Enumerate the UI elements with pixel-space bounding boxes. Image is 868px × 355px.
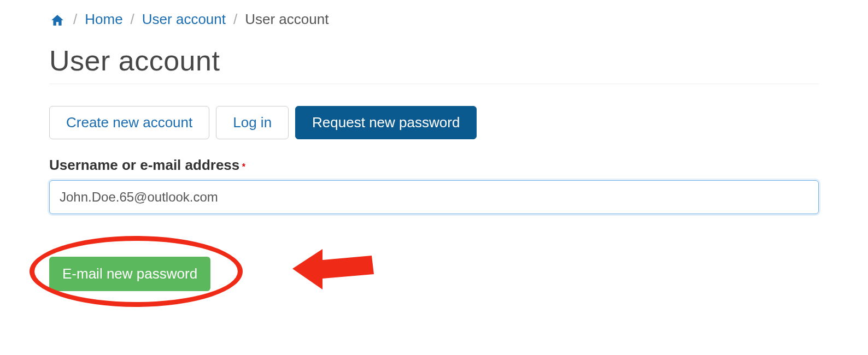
username-form-group: Username or e-mail address * [49, 157, 819, 214]
breadcrumb-separator: / [233, 11, 237, 28]
breadcrumb: / Home / User account / User account [49, 11, 819, 28]
breadcrumb-separator: / [131, 11, 134, 28]
username-input[interactable] [49, 180, 819, 214]
required-marker: * [242, 162, 245, 171]
svg-marker-0 [292, 249, 374, 289]
tab-log-in[interactable]: Log in [216, 106, 289, 139]
tab-create-account[interactable]: Create new account [49, 106, 209, 139]
username-label-row: Username or e-mail address * [49, 157, 819, 174]
email-new-password-button[interactable]: E-mail new password [49, 257, 210, 291]
breadcrumb-user-account-link[interactable]: User account [142, 11, 226, 28]
breadcrumb-home-link[interactable]: Home [85, 11, 122, 28]
breadcrumb-separator: / [73, 11, 77, 28]
home-icon [49, 13, 66, 27]
page-title: User account [49, 44, 819, 84]
username-label: Username or e-mail address [49, 157, 239, 173]
tabs: Create new account Log in Request new pa… [49, 106, 819, 139]
breadcrumb-current: User account [245, 11, 329, 28]
breadcrumb-home-icon-link[interactable] [49, 11, 66, 28]
tab-request-password[interactable]: Request new password [295, 106, 477, 139]
annotation-arrow-icon [246, 233, 388, 304]
submit-area: E-mail new password [49, 236, 819, 312]
